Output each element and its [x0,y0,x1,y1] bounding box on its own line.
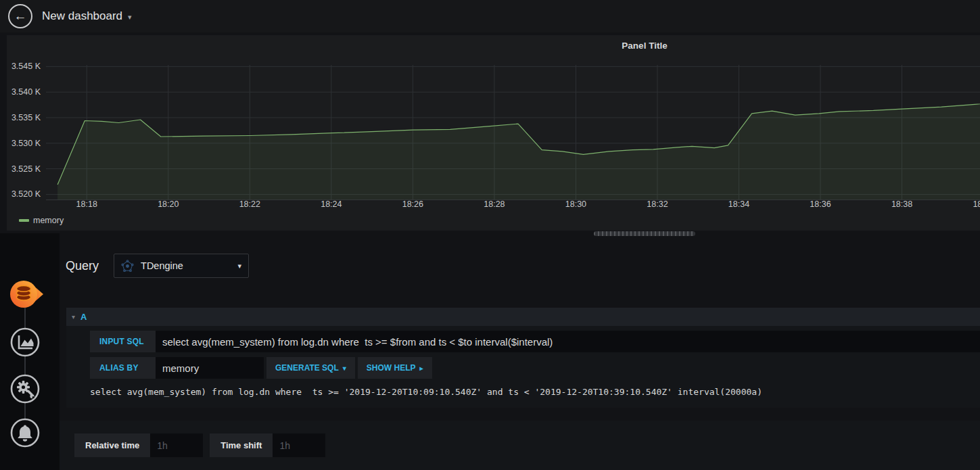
svg-text:3.535 K: 3.535 K [11,113,41,122]
top-navbar: ← New dashboard ▾ [0,0,980,32]
input-sql-field[interactable] [156,331,980,352]
sidebar-item-queries[interactable] [9,279,45,310]
svg-text:18:22: 18:22 [239,199,260,209]
query-row-header[interactable]: ▾ A [66,308,980,326]
show-help-label: SHOW HELP [367,363,416,373]
generated-sql-preview: select avg(mem_system) from log.dn where… [90,387,980,397]
sidebar-item-visualization[interactable] [9,327,45,358]
tdengine-logo-icon [121,260,134,273]
svg-text:18:26: 18:26 [402,199,423,209]
caret-down-icon: ▾ [238,262,242,271]
time-options-row: Relative time Time shift [74,433,980,457]
generate-sql-button[interactable]: GENERATE SQL ▾ [266,357,355,379]
query-header: Query TDengine ▾ [66,254,249,278]
svg-text:18:18: 18:18 [76,199,97,209]
input-sql-row: INPUT SQL [90,331,980,352]
back-arrow-icon: ← [14,9,27,22]
legend-series-label[interactable]: memory [33,216,64,225]
collapse-caret-icon: ▾ [72,313,75,321]
relative-time-label: Relative time [74,433,150,457]
panel-title[interactable]: Panel Title [7,41,980,51]
datasource-name: TDengine [141,260,237,271]
alias-by-row: ALIAS BY GENERATE SQL ▾ SHOW HELP ▸ [90,357,980,379]
time-shift-input[interactable] [273,433,325,457]
relative-time-input[interactable] [150,433,203,457]
edit-sidebar-connector [24,298,26,436]
time-options-section: Relative time Time shift [60,421,980,470]
svg-text:18:30: 18:30 [565,199,586,209]
dashboard-title: New dashboard [42,9,122,23]
gear-wrench-icon [9,373,41,404]
show-help-button[interactable]: SHOW HELP ▸ [358,357,432,379]
svg-text:18:34: 18:34 [728,199,749,209]
sidebar-item-general[interactable] [9,373,45,404]
time-shift-label: Time shift [210,433,273,457]
sidebar-item-alert[interactable] [9,417,45,448]
svg-text:3.540 K: 3.540 K [11,87,41,97]
relative-time-group: Relative time [74,433,203,457]
chart-legend: memory [19,216,64,225]
generate-sql-label: GENERATE SQL [275,363,339,373]
legend-color-swatch[interactable] [19,219,29,222]
svg-text:3.545 K: 3.545 K [11,62,41,71]
time-shift-group: Time shift [210,433,325,457]
alias-by-field[interactable] [156,357,264,379]
chart-panel: 3.545 K3.540 K3.535 K3.530 K3.525 K3.520… [7,35,980,231]
caret-down-icon: ▾ [128,11,132,22]
dashboard-title-dropdown[interactable]: New dashboard ▾ [42,9,132,23]
svg-text:18:20: 18:20 [158,199,179,209]
datasource-picker[interactable]: TDengine ▾ [114,254,249,278]
input-sql-label: INPUT SQL [90,331,156,352]
alias-by-label: ALIAS BY [90,357,156,379]
svg-text:18:24: 18:24 [321,199,342,209]
queries-database-icon [9,279,45,310]
query-letter: A [80,312,87,322]
query-row-section: ▾ A INPUT SQL ALIAS BY GENERATE SQL ▾ SH… [66,308,980,408]
back-button[interactable]: ← [8,4,32,28]
caret-right-icon: ▸ [420,365,423,372]
visualization-chart-icon [9,327,41,358]
svg-text:3.520 K: 3.520 K [11,189,41,199]
svg-text:18:32: 18:32 [647,199,668,209]
bell-icon [9,417,41,448]
svg-text:18:36: 18:36 [810,199,831,209]
caret-down-icon: ▾ [343,365,346,372]
svg-text:3.530 K: 3.530 K [11,139,41,148]
svg-text:3.525 K: 3.525 K [11,164,41,174]
svg-text:18:40: 18:40 [973,199,980,209]
query-tab-content: Query TDengine ▾ ▾ A INPUT SQL ALIAS [60,233,980,470]
svg-text:18:38: 18:38 [891,199,912,209]
time-series-chart[interactable]: 3.545 K3.540 K3.535 K3.530 K3.525 K3.520… [7,35,980,231]
queries-section-title: Query [66,259,99,273]
svg-text:18:28: 18:28 [484,199,505,209]
